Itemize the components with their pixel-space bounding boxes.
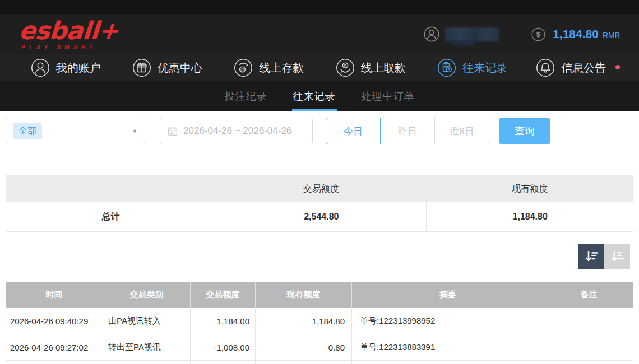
table-row-partial	[6, 361, 633, 364]
cell-time: 2026-04-26 09:40:29	[6, 308, 103, 334]
withdraw-icon: $	[335, 58, 355, 78]
type-select[interactable]: 全部 ▼	[6, 118, 145, 144]
sort-desc-icon[interactable]	[578, 244, 604, 269]
summary-total-balance: 1,184.80	[426, 202, 633, 231]
cell-time: 2026-04-26 09:27:02	[6, 334, 103, 360]
account-icon	[30, 58, 50, 78]
summary-header: 交易额度 现有额度	[6, 175, 633, 202]
records-icon	[437, 58, 457, 78]
nav-label: 往来记录	[462, 60, 507, 76]
last-8-days-button[interactable]: 近8日	[434, 118, 489, 144]
date-range-picker[interactable]: 2026-04-26 ~ 2026-04-26	[160, 118, 313, 144]
col-time: 时间	[6, 282, 103, 308]
nav-item-transaction-records[interactable]: 往来记录	[421, 54, 522, 81]
tab-betting-records[interactable]: 投注纪录	[224, 81, 268, 111]
caret-down-icon: ▼	[132, 128, 138, 134]
nav-label: 线上存款	[259, 60, 304, 76]
bell-icon	[535, 58, 555, 78]
nav-label: 优惠中心	[158, 60, 202, 76]
col-note: 备注	[544, 282, 633, 308]
notification-badge	[615, 65, 620, 69]
sort-controls	[9, 244, 630, 269]
balance[interactable]: $ 1,184.80 RMB	[531, 27, 620, 42]
main-nav: 我的账户 优惠中心 @ 线上存款	[0, 54, 639, 81]
nav-item-online-withdrawal[interactable]: $ 线上取款	[320, 54, 421, 81]
col-summary: 摘要	[351, 282, 544, 308]
nav-item-online-deposit[interactable]: @ 线上存款	[218, 54, 320, 81]
cell-type: 转出至PA视讯	[103, 334, 190, 360]
cell-note	[544, 334, 633, 360]
cell-balance: 1,184.80	[255, 308, 351, 334]
user-account[interactable]	[423, 26, 499, 43]
gift-icon	[132, 58, 152, 78]
deposit-icon: @	[233, 58, 253, 78]
brand-logo[interactable]: esball+ PLAY SMART	[19, 18, 118, 50]
date-range-value: 2026-04-26 ~ 2026-04-26	[183, 125, 291, 137]
tab-pending-orders[interactable]: 处理中订单	[360, 81, 416, 111]
summary-total-row: 总计 2,544.80 1,184.80	[6, 202, 633, 232]
username-redacted-2	[452, 40, 475, 45]
svg-text:$: $	[344, 63, 346, 68]
cell-balance: 0.80	[255, 334, 351, 360]
nav-label: 信息公告	[561, 60, 606, 76]
search-button[interactable]: 查询	[499, 118, 550, 144]
summary-total-transaction: 2,544.80	[216, 202, 426, 231]
filter-row: 全部 ▼ 2026-04-26 ~ 2026-04-26 今日 昨日 近8日 查…	[6, 118, 633, 144]
tab-transaction-records[interactable]: 往来记录	[292, 81, 337, 111]
calendar-icon	[168, 126, 178, 136]
cell-summary: 单号:122313883391	[351, 334, 544, 360]
transactions-table: 时间 交易类别 交易额度 现有额度 摘要 备注 2026-04-26 09:40…	[6, 282, 633, 364]
yesterday-button[interactable]: 昨日	[380, 118, 435, 144]
col-amount: 交易额度	[190, 282, 255, 308]
type-select-value: 全部	[13, 123, 42, 139]
balance-amount: 1,184.80	[553, 27, 599, 41]
username-redacted	[445, 27, 499, 41]
sub-nav: 投注纪录 往来记录 处理中订单	[0, 81, 639, 111]
quick-date-group: 今日 昨日 近8日	[326, 118, 489, 144]
user-icon	[423, 26, 440, 43]
dollar-icon: $	[531, 27, 546, 42]
balance-currency: RMB	[603, 31, 620, 40]
table-row: 2026-04-26 09:27:02 转出至PA视讯 -1,008.00 0.…	[6, 334, 633, 361]
summary-header-balance: 现有额度	[426, 183, 633, 195]
summary-total-label: 总计	[6, 202, 216, 231]
top-strip	[0, 0, 639, 14]
col-balance: 现有额度	[255, 282, 351, 308]
cell-amount: 1,184.00	[190, 308, 255, 334]
cell-type: 由PA视讯转入	[103, 308, 190, 334]
brand-name: esball+	[18, 18, 119, 43]
table-header: 时间 交易类别 交易额度 现有额度 摘要 备注	[6, 282, 633, 308]
summary-table: 交易额度 现有额度 总计 2,544.80 1,184.80	[6, 175, 633, 232]
cell-amount: -1,008.00	[190, 334, 255, 360]
header-right: $ 1,184.80 RMB	[423, 26, 620, 43]
table-row: 2026-04-26 09:40:29 由PA视讯转入 1,184.00 1,1…	[6, 308, 633, 334]
summary-header-transaction: 交易额度	[216, 183, 426, 195]
svg-text:$: $	[536, 30, 541, 39]
col-type: 交易类别	[103, 282, 190, 308]
nav-item-announcements[interactable]: 信息公告	[523, 54, 624, 81]
cell-summary: 单号:122313998952	[351, 308, 544, 334]
today-button[interactable]: 今日	[326, 118, 381, 144]
cell-note	[544, 308, 633, 334]
brand-tagline: PLAY SMART	[21, 45, 118, 50]
nav-item-my-account[interactable]: 我的账户	[15, 54, 116, 81]
svg-text:@: @	[240, 67, 244, 72]
sort-asc-icon[interactable]	[604, 244, 630, 269]
site-header: esball+ PLAY SMART $ 1,184.80 RMB	[0, 14, 639, 54]
nav-item-promotions[interactable]: 优惠中心	[116, 54, 217, 81]
nav-label: 我的账户	[56, 60, 101, 76]
nav-label: 线上取款	[361, 60, 406, 76]
